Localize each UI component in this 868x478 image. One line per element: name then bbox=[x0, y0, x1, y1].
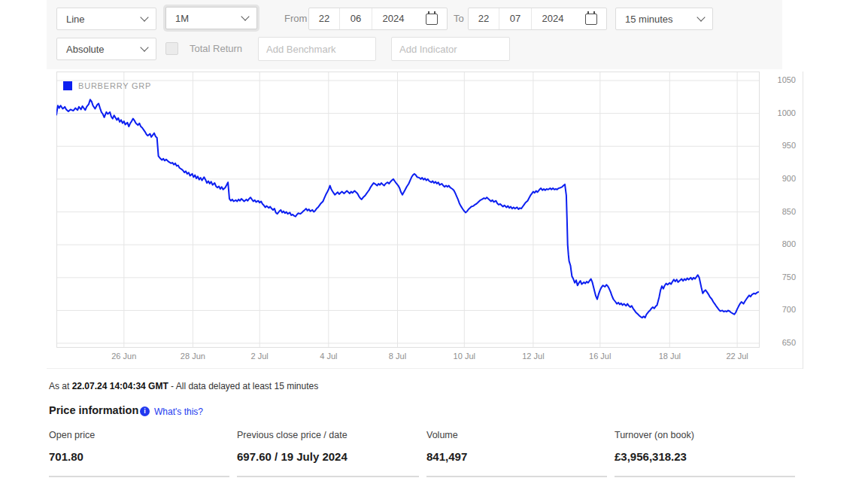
as-at-prefix: As at bbox=[49, 381, 72, 391]
y-axis-label: 650 bbox=[767, 338, 796, 347]
from-month-field[interactable]: 06 bbox=[340, 8, 372, 29]
x-axis-label: 8 Jul bbox=[375, 352, 420, 361]
as-at-line: As at 22.07.24 14:04:34 GMT - All data d… bbox=[49, 381, 318, 391]
x-axis-label: 26 Jun bbox=[102, 352, 147, 361]
interval-value: 15 minutes bbox=[625, 14, 673, 25]
to-date-input[interactable]: 22 07 2024 bbox=[468, 8, 607, 30]
to-day-field[interactable]: 22 bbox=[469, 8, 499, 29]
price-information-title: Price information bbox=[49, 404, 138, 416]
period-dropdown[interactable]: 1M bbox=[165, 7, 257, 29]
as-at-timestamp: 22.07.24 14:04:34 GMT bbox=[72, 381, 168, 391]
stat-value: 841,497 bbox=[426, 450, 607, 463]
legend-series-name: BURBERRY GRP bbox=[78, 81, 151, 90]
add-indicator-input[interactable] bbox=[391, 37, 510, 61]
mode-dropdown[interactable]: Absolute bbox=[56, 38, 156, 60]
y-axis-label: 800 bbox=[767, 239, 796, 248]
calendar-icon[interactable] bbox=[426, 14, 438, 25]
stat-value: £3,956,318.23 bbox=[615, 450, 795, 463]
to-year-field[interactable]: 2024 bbox=[532, 8, 574, 29]
chart-widget: Line 1M From 22 06 2024 To 22 07 2024 15… bbox=[0, 0, 868, 478]
calendar-icon[interactable] bbox=[585, 14, 597, 25]
total-return-label: Total Return bbox=[190, 38, 242, 60]
y-axis-label: 750 bbox=[767, 272, 796, 282]
stat-label: Previous close price / date bbox=[237, 430, 419, 440]
chart-type-value: Line bbox=[66, 14, 85, 25]
to-month-field[interactable]: 07 bbox=[499, 8, 531, 29]
chart-type-dropdown[interactable]: Line bbox=[56, 8, 156, 30]
chevron-down-icon bbox=[140, 13, 148, 21]
chart-toolbar: Line 1M From 22 06 2024 To 22 07 2024 15… bbox=[47, 0, 782, 69]
to-label: To bbox=[454, 8, 464, 30]
stat-label: Open price bbox=[49, 430, 229, 440]
y-axis-label: 700 bbox=[767, 305, 796, 314]
y-axis-label: 1050 bbox=[767, 75, 796, 84]
period-value: 1M bbox=[175, 13, 189, 24]
x-axis-label: 22 Jul bbox=[715, 352, 760, 361]
from-day-field[interactable]: 22 bbox=[309, 8, 339, 29]
stat-open-price: Open price 701.80 bbox=[49, 425, 229, 477]
stat-volume: Volume 841,497 bbox=[426, 425, 607, 477]
x-axis-label: 2 Jul bbox=[237, 352, 282, 361]
chevron-down-icon bbox=[697, 13, 705, 21]
chart-right-divider bbox=[803, 72, 803, 369]
legend-swatch bbox=[63, 81, 72, 90]
y-axis-label: 850 bbox=[767, 207, 796, 216]
interval-dropdown[interactable]: 15 minutes bbox=[615, 8, 713, 30]
stat-value: 701.80 bbox=[49, 450, 229, 463]
from-date-input[interactable]: 22 06 2024 bbox=[308, 8, 448, 30]
y-axis-label: 900 bbox=[767, 174, 796, 183]
stat-value: 697.60 / 19 July 2024 bbox=[237, 450, 419, 463]
stat-label: Turnover (on book) bbox=[615, 430, 795, 440]
x-axis-label: 10 Jul bbox=[442, 352, 487, 361]
chart-bottom-border bbox=[47, 368, 803, 369]
stat-turnover: Turnover (on book) £3,956,318.23 bbox=[615, 425, 795, 477]
from-label: From bbox=[284, 8, 307, 30]
price-line-chart[interactable] bbox=[56, 72, 760, 352]
stat-label: Volume bbox=[426, 430, 607, 440]
chevron-down-icon bbox=[140, 43, 148, 51]
x-axis-label: 16 Jul bbox=[578, 352, 623, 361]
whats-this-link[interactable]: What's this? bbox=[154, 406, 203, 417]
total-return-checkbox[interactable] bbox=[165, 42, 178, 55]
chart-legend: BURBERRY GRP bbox=[63, 81, 151, 90]
from-year-field[interactable]: 2024 bbox=[372, 8, 414, 29]
chevron-down-icon bbox=[241, 12, 249, 20]
mode-value: Absolute bbox=[66, 44, 105, 55]
add-benchmark-input[interactable] bbox=[258, 37, 376, 61]
info-icon[interactable]: i bbox=[140, 406, 150, 416]
x-axis-label: 4 Jul bbox=[306, 352, 351, 361]
x-axis-label: 18 Jul bbox=[647, 352, 692, 361]
x-axis-label: 28 Jun bbox=[170, 352, 215, 361]
as-at-suffix: - All data delayed at least 15 minutes bbox=[168, 381, 318, 391]
stat-previous-close: Previous close price / date 697.60 / 19 … bbox=[237, 425, 419, 477]
y-axis-label: 1000 bbox=[767, 108, 796, 117]
y-axis-label: 950 bbox=[767, 141, 796, 150]
x-axis-label: 12 Jul bbox=[511, 352, 556, 361]
